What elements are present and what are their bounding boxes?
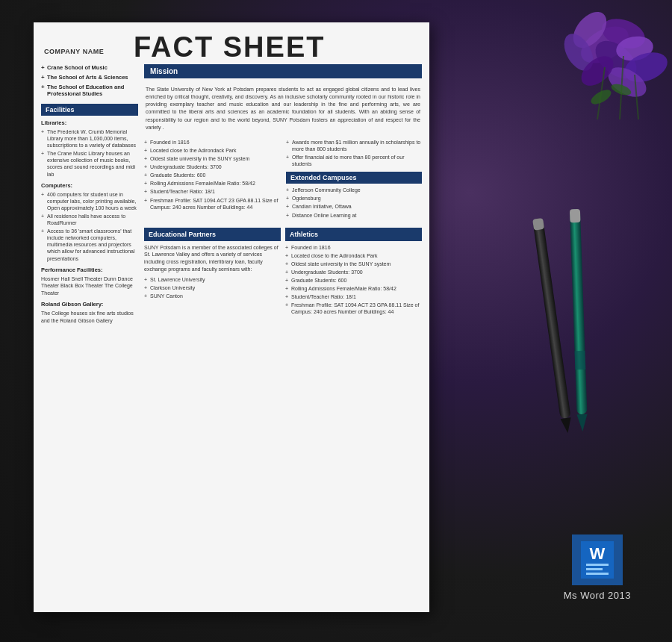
left-facts: Founded in 1816 Located close to the Adi… — [144, 139, 280, 223]
word-icon-inner: W — [581, 541, 614, 579]
svg-rect-16 — [532, 218, 544, 231]
performance-text: Hosmer Hall Snell Theater Dunn Dance The… — [41, 275, 138, 297]
list-item: Candian Initiative, Ottawa — [286, 203, 422, 210]
left-facts-list: Founded in 1816 Located close to the Adi… — [144, 139, 280, 211]
list-item: Founded in 1816 — [285, 244, 422, 251]
list-item: Student/Teacher Ratio: 18/1 — [144, 188, 280, 195]
svg-rect-19 — [570, 209, 581, 222]
document: COMPANY NAME FACT SHEET Crane School of … — [34, 22, 429, 612]
word-lines — [586, 564, 609, 575]
svg-rect-17 — [570, 209, 588, 414]
word-badge: W Ms Word 2013 — [564, 535, 631, 601]
list-item: 400 computers for student use in compute… — [41, 191, 138, 211]
list-item: The School of Arts & Sciences — [41, 74, 138, 81]
right-column: Mission The State University of New York… — [144, 64, 422, 605]
list-item: Rolling Admissions Female/Male Ratio: 58… — [144, 180, 280, 187]
edu-partners-list: St. Lawrence University Clarkson Univers… — [144, 276, 281, 299]
list-item: The Frederick W. Crumb Memorial Library … — [41, 128, 138, 149]
list-item: Student/Teacher Ratio: 18/1 — [285, 293, 422, 300]
facts-section: Founded in 1816 Located close to the Adi… — [144, 139, 422, 223]
performance-label: Performance Facilities: — [41, 267, 138, 273]
computers-list: 400 computers for student use in compute… — [41, 191, 138, 262]
list-item: The School of Education and Professional… — [41, 84, 138, 99]
flower-decoration — [433, 0, 672, 164]
list-item: All residence halls have access to RoadR… — [41, 213, 138, 226]
word-line — [586, 573, 609, 575]
list-item: Graduate Students: 600 — [144, 172, 280, 178]
left-column: Crane School of Music The School of Arts… — [41, 64, 138, 605]
libraries-list: The Frederick W. Crumb Memorial Library … — [41, 128, 138, 178]
lower-sections: Educational Partners SUNY Potsdam is a m… — [144, 228, 422, 605]
athletics-list: Founded in 1816 Located close to the Adi… — [285, 244, 422, 316]
pens-decoration — [478, 202, 627, 455]
educational-partners-section: Educational Partners SUNY Potsdam is a m… — [144, 228, 281, 605]
word-w-letter: W — [589, 546, 605, 562]
list-item: Rolling Admissions Female/Male Ratio: 58… — [285, 285, 422, 292]
svg-rect-20 — [575, 351, 586, 370]
svg-marker-15 — [561, 417, 573, 434]
athletics-section: Athletics Founded in 1816 Located close … — [285, 228, 422, 605]
svg-rect-14 — [532, 218, 570, 419]
list-item: Clarkson University — [144, 284, 281, 291]
company-name: COMPANY NAME — [44, 33, 126, 55]
list-item: Offer financial aid to more than 80 perc… — [286, 154, 422, 167]
list-item: Located close to the Adirondack Park — [144, 147, 280, 154]
schools-list: Crane School of Music The School of Arts… — [41, 64, 138, 98]
right-facts: Awards more than $1 million annually in … — [286, 139, 422, 223]
doc-header: COMPANY NAME FACT SHEET — [34, 22, 429, 64]
list-item: Awards more than $1 million annually in … — [286, 139, 422, 152]
list-item: Graduate Students: 600 — [285, 277, 422, 284]
list-item: Freshman Profile: SAT 1094 ACT 23 GPA 88… — [285, 302, 422, 315]
list-item: St. Lawrence University — [144, 276, 281, 283]
computers-label: Computers: — [41, 182, 138, 189]
list-item: Ogdensburg — [286, 195, 422, 202]
athletics-header: Athletics — [285, 228, 422, 241]
edu-partners-header: Educational Partners — [144, 228, 281, 241]
right-facts-list: Awards more than $1 million annually in … — [286, 139, 422, 167]
list-item: Crane School of Music — [41, 64, 138, 72]
list-item: SUNY Canton — [144, 293, 281, 299]
word-label: Ms Word 2013 — [564, 590, 631, 601]
doc-body: Crane School of Music The School of Arts… — [34, 64, 429, 612]
list-item: Undergraduate Students: 3700 — [285, 269, 422, 275]
list-item: Undergraduate Students: 3700 — [144, 163, 280, 170]
edu-partners-text: SUNY Potsdam is a member of the associat… — [144, 244, 281, 273]
mission-text: The State University of New York at Pots… — [144, 83, 422, 134]
list-item: Founded in 1816 — [144, 139, 280, 146]
extended-campuses-list: Jefferson Community College Ogdensburg C… — [286, 187, 422, 218]
extended-campuses-header: Extended Campuses — [286, 172, 422, 184]
mission-header: Mission — [144, 64, 422, 78]
list-item: Distance Online Learning at — [286, 212, 422, 219]
word-line — [586, 568, 603, 570]
list-item: Located close to the Adirondack Park — [285, 252, 422, 259]
facilities-header: Facilities — [41, 104, 138, 116]
word-line — [586, 564, 609, 566]
page-title: FACT SHEET — [134, 33, 325, 61]
gallery-text: The College houses six fine arts studios… — [41, 310, 138, 325]
list-item: Freshman Profile: SAT 1094 ACT 23 GPA 88… — [144, 197, 280, 211]
list-item: Oldest state university in the SUNY syst… — [285, 261, 422, 267]
libraries-label: Libraries: — [41, 119, 138, 126]
list-item: Access to 36 'smart classrooms' that inc… — [41, 228, 138, 261]
list-item: Jefferson Community College — [286, 187, 422, 193]
gallery-label: Roland Gibson Gallery: — [41, 301, 138, 308]
word-icon: W — [572, 535, 623, 585]
svg-marker-18 — [576, 414, 588, 431]
list-item: The Crane Music Library houses an extens… — [41, 150, 138, 177]
list-item: Oldest state university in the SUNY syst… — [144, 155, 280, 162]
